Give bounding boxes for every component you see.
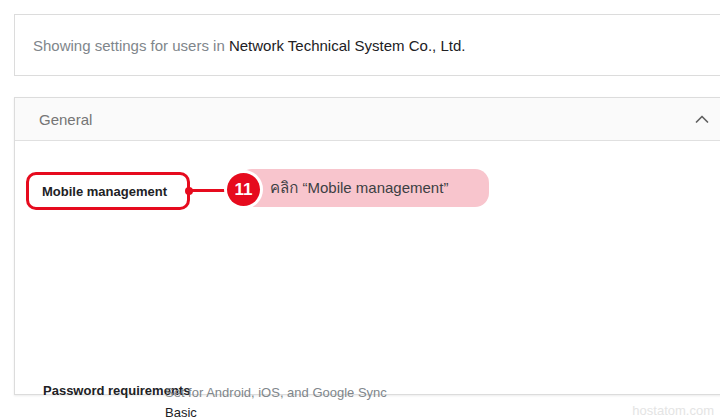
mobile-management-link[interactable]: Mobile management — [42, 184, 167, 199]
password-requirements-summary: Set for Android, iOS, and Google Sync — [165, 383, 387, 403]
organization-name: Network Technical System Co., Ltd. — [229, 37, 465, 54]
section-title: General — [39, 111, 92, 128]
scope-prefix: Showing settings for users in — [33, 37, 229, 54]
settings-scope-bar: Showing settings for users in Network Te… — [14, 14, 720, 76]
annotation-connector-dot — [185, 187, 193, 195]
password-requirements-values: Set for Android, iOS, and Google Sync Ba… — [165, 383, 387, 420]
watermark-text: hostatom.com — [632, 403, 714, 418]
annotation-step-badge: 11 — [227, 173, 260, 206]
mobile-management-highlight: Mobile management — [26, 172, 190, 210]
chevron-up-icon[interactable] — [695, 114, 709, 124]
settings-scope-text: Showing settings for users in Network Te… — [33, 37, 465, 54]
annotation-bubble: คลิก “Mobile management” — [238, 169, 489, 207]
annotation-instruction: คลิก “Mobile management” — [270, 176, 448, 200]
general-settings-card: General Password requirements Set for An… — [14, 97, 720, 395]
password-requirements-level: Basic — [165, 403, 387, 420]
general-section-header[interactable]: General — [15, 98, 720, 141]
page: Showing settings for users in Network Te… — [0, 0, 720, 420]
